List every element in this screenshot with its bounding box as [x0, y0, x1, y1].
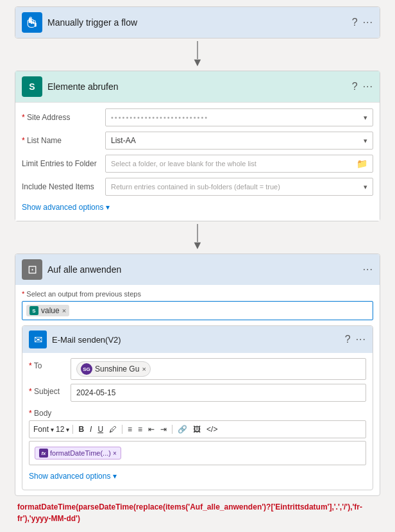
email-send-title: E-Mail senden(V2)	[52, 335, 340, 345]
manual-trigger-help-icon[interactable]: ?	[352, 17, 358, 28]
apply-to-all-header: ⊡ Auf alle anwenden ···	[15, 254, 380, 285]
folder-icon: 📁	[357, 159, 367, 169]
get-items-header: S Elemente abrufen ? ···	[15, 71, 380, 103]
list-name-row: List Name List-AA ▾	[22, 131, 373, 150]
indent-left-button[interactable]: ⇤	[146, 424, 156, 434]
manual-trigger-ellipsis[interactable]: ···	[363, 17, 373, 28]
link-button[interactable]: 🔗	[176, 424, 189, 434]
select-output-label: Select an output from previous steps	[22, 290, 373, 298]
get-items-show-advanced[interactable]: Show advanced options ▾	[22, 200, 373, 216]
get-items-ellipsis[interactable]: ···	[363, 81, 373, 92]
paint-button[interactable]: 🖊	[107, 424, 119, 434]
apply-to-all-ellipsis[interactable]: ···	[363, 264, 373, 275]
flow-container: Manually trigger a flow ? ··· ▼ S Elemen…	[0, 0, 395, 532]
toolbar-sep-3	[172, 425, 172, 434]
include-nested-chevron: ▾	[364, 183, 367, 191]
site-address-label: Site Address	[22, 113, 105, 122]
to-row: To SG Sunshine Gu ×	[29, 358, 366, 380]
arrow-1: ▼	[192, 41, 203, 68]
fx-token-remove[interactable]: ×	[113, 450, 117, 457]
email-show-advanced-chevron: ▾	[113, 472, 117, 481]
font-size-dropdown[interactable]: ▾	[66, 426, 69, 433]
get-items-card: S Elemente abrufen ? ··· Site Address ••…	[15, 71, 380, 221]
manual-trigger-icon	[22, 12, 42, 33]
svg-rect-0	[29, 18, 31, 23]
to-label: To	[29, 358, 71, 370]
email-send-help-icon[interactable]: ?	[345, 334, 351, 345]
token-label: value	[41, 306, 60, 315]
subject-value: 2024-05-15	[76, 388, 115, 397]
italic-button[interactable]: I	[88, 424, 94, 434]
fx-token-label: formatDateTime(...)	[50, 449, 111, 457]
recipient-remove[interactable]: ×	[142, 365, 146, 373]
font-label: Font	[33, 425, 49, 434]
body-content-area[interactable]: fx formatDateTime(...) ×	[29, 441, 366, 465]
token-icon: S	[29, 306, 38, 315]
body-row: Body Font Font ▾ 12 ▾ B I	[29, 406, 366, 465]
site-address-input[interactable]: •••••••••••••••••••••••••• ▾	[105, 108, 373, 126]
list-ol-button[interactable]: ≡	[136, 424, 144, 434]
get-items-icon: S	[22, 76, 42, 97]
subject-row: Subject 2024-05-15	[29, 384, 366, 402]
hand-icon	[26, 17, 38, 28]
site-address-chevron: ▾	[364, 114, 367, 122]
bold-button[interactable]: B	[76, 424, 86, 434]
limit-entries-input[interactable]: Select a folder, or leave blank for the …	[105, 155, 373, 173]
list-name-value: List-AA	[111, 136, 136, 145]
email-send-card: ✉ E-Mail senden(V2) ? ··· To SG	[22, 325, 373, 490]
get-items-icon-letter: S	[29, 82, 35, 92]
fx-icon: fx	[39, 449, 48, 458]
underline-button[interactable]: U	[96, 424, 105, 434]
manual-trigger-header: Manually trigger a flow ? ···	[15, 7, 380, 38]
apply-to-all-body: Select an output from previous steps S v…	[15, 285, 380, 495]
limit-entries-label: Limit Entries to Folder	[22, 159, 105, 168]
image-button[interactable]: 🖼	[191, 424, 203, 434]
toolbar-sep-2	[122, 425, 122, 434]
list-name-chevron: ▾	[364, 137, 367, 145]
arrow-head-2: ▼	[192, 239, 203, 251]
email-show-advanced[interactable]: Show advanced options ▾	[29, 469, 366, 485]
to-field[interactable]: SG Sunshine Gu ×	[71, 358, 366, 380]
code-button[interactable]: </>	[205, 424, 219, 434]
token-remove[interactable]: ×	[62, 307, 66, 314]
include-nested-label: Include Nested Items	[22, 182, 105, 191]
include-nested-row: Include Nested Items Return entries cont…	[22, 177, 373, 196]
subject-label: Subject	[29, 384, 71, 396]
arrow-head-1: ▼	[192, 56, 203, 68]
list-name-input[interactable]: List-AA ▾	[105, 132, 373, 150]
svg-rect-3	[35, 22, 37, 27]
apply-to-all-title: Auf alle anwenden	[47, 264, 358, 275]
manual-trigger-title: Manually trigger a flow	[47, 17, 347, 28]
font-dropdown-icon[interactable]: ▾	[51, 426, 54, 433]
formula-display: formatDateTime(parseDateTime(replace(ite…	[15, 496, 380, 528]
output-token-row[interactable]: S value ×	[22, 301, 373, 320]
fx-token: fx formatDateTime(...) ×	[35, 447, 121, 459]
email-send-header: ✉ E-Mail senden(V2) ? ···	[22, 326, 373, 353]
svg-rect-2	[33, 22, 35, 24]
limit-entries-placeholder: Select a folder, or leave blank for the …	[111, 160, 256, 167]
show-advanced-chevron: ▾	[106, 203, 110, 212]
toolbar-sep-1	[72, 425, 73, 434]
get-items-body: Site Address •••••••••••••••••••••••••• …	[15, 103, 380, 221]
recipient-token: SG Sunshine Gu ×	[76, 361, 151, 377]
email-send-icon: ✉	[29, 330, 47, 348]
get-items-help-icon[interactable]: ?	[352, 81, 358, 92]
limit-entries-row: Limit Entries to Folder Select a folder,…	[22, 154, 373, 173]
site-address-blurred: ••••••••••••••••••••••••••	[111, 114, 208, 121]
apply-to-all-icon: ⊡	[22, 259, 42, 280]
indent-right-button[interactable]: ⇥	[158, 424, 169, 434]
subject-field[interactable]: 2024-05-15	[71, 384, 366, 402]
email-send-body: To SG Sunshine Gu ×	[22, 353, 373, 490]
get-items-title: Elemente abrufen	[47, 82, 347, 92]
include-nested-placeholder: Return entries contained in sub-folders …	[111, 183, 280, 191]
arrow-2: ▼	[192, 224, 203, 251]
email-send-ellipsis[interactable]: ···	[356, 334, 366, 345]
manual-trigger-card: Manually trigger a flow ? ···	[15, 6, 380, 39]
body-label: Body	[29, 406, 71, 420]
list-ul-button[interactable]: ≡	[126, 424, 134, 434]
svg-rect-1	[31, 21, 33, 24]
site-address-row: Site Address •••••••••••••••••••••••••• …	[22, 108, 373, 127]
value-token: S value ×	[26, 305, 69, 316]
body-toolbar: Font Font ▾ 12 ▾ B I U 🖊 ≡	[29, 420, 366, 438]
include-nested-input[interactable]: Return entries contained in sub-folders …	[105, 178, 373, 196]
